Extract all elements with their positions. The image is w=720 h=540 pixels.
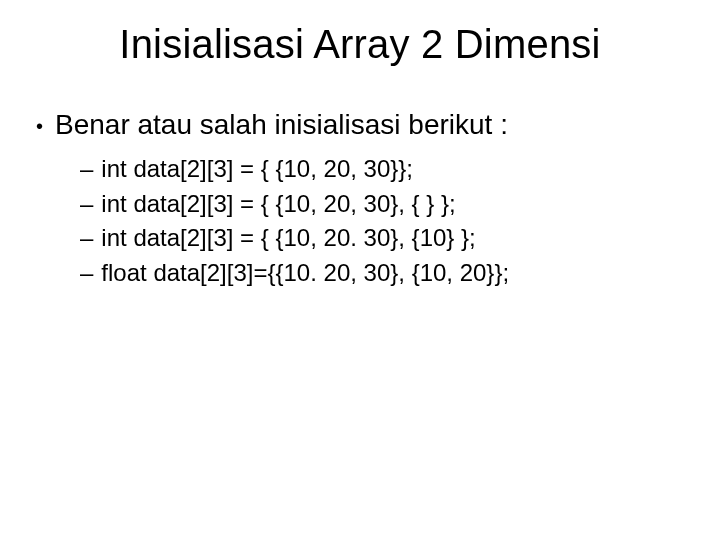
list-item: – int data[2][3] = { {10, 20, 30}, { } }… bbox=[80, 188, 720, 220]
bullet-level2-list: – int data[2][3] = { {10, 20, 30}}; – in… bbox=[80, 153, 720, 289]
list-item-text: int data[2][3] = { {10, 20, 30}}; bbox=[101, 153, 413, 185]
list-item: – int data[2][3] = { {10, 20. 30}, {10} … bbox=[80, 222, 720, 254]
list-item-text: int data[2][3] = { {10, 20, 30}, { } }; bbox=[101, 188, 455, 220]
slide-title: Inisialisasi Array 2 Dimensi bbox=[0, 22, 720, 67]
list-item: – int data[2][3] = { {10, 20, 30}}; bbox=[80, 153, 720, 185]
list-item-text: float data[2][3]={{10. 20, 30}, {10, 20}… bbox=[101, 257, 509, 289]
bullet-level1-text: Benar atau salah inisialisasi berikut : bbox=[55, 107, 508, 143]
bullet-level1: • Benar atau salah inisialisasi berikut … bbox=[36, 107, 690, 143]
dash-icon: – bbox=[80, 188, 93, 220]
slide: Inisialisasi Array 2 Dimensi • Benar ata… bbox=[0, 22, 720, 540]
dash-icon: – bbox=[80, 222, 93, 254]
list-item-text: int data[2][3] = { {10, 20. 30}, {10} }; bbox=[101, 222, 475, 254]
list-item: – float data[2][3]={{10. 20, 30}, {10, 2… bbox=[80, 257, 720, 289]
dash-icon: – bbox=[80, 257, 93, 289]
bullet-dot-icon: • bbox=[36, 113, 43, 139]
dash-icon: – bbox=[80, 153, 93, 185]
